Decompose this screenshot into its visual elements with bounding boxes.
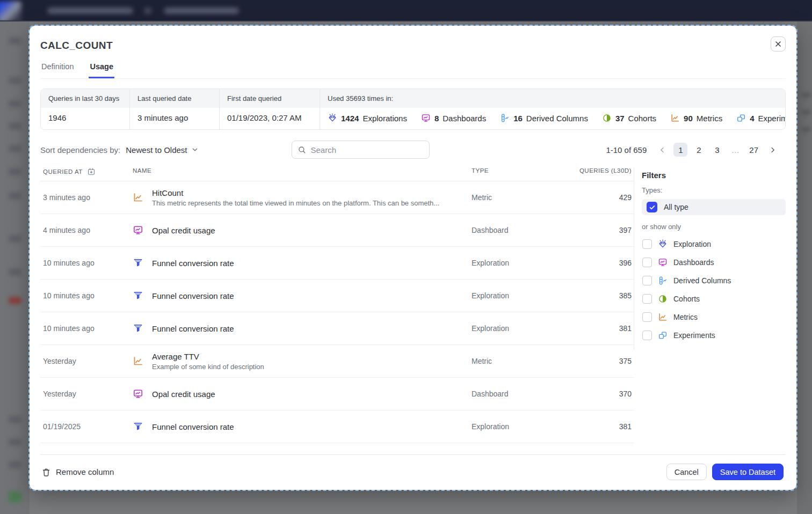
filter-option-dashboards[interactable]: Dashboards (642, 258, 786, 267)
sidebar-icon-blurred (9, 236, 21, 242)
checkbox-unchecked[interactable] (642, 276, 652, 285)
backdrop-blob (801, 109, 811, 115)
calendar-down-icon (87, 167, 96, 176)
pagination-page-3[interactable]: 3 (710, 143, 724, 157)
breadcrumb-dataset-blurred (164, 8, 239, 14)
usage-item-explorations: 1424 Explorations (328, 113, 407, 123)
usage-count: 90 (684, 114, 693, 123)
column-header-name[interactable]: Name (133, 167, 472, 176)
table-row[interactable]: Yesterday Opal credit usage Dashboard 37… (40, 378, 634, 410)
cell-queried-at: 01/19/2025 (40, 422, 133, 431)
sort-selected-value: Newest to Oldest (126, 145, 187, 155)
sidebar-icon-blurred (9, 77, 21, 84)
stat-header-queries-30d: Queries in last 30 days (41, 89, 130, 108)
stat-value-first-queried: 01/19/2023, 0:27 AM (220, 108, 320, 129)
dependencies-table: Queried at Name Type Queries (L30D) 3 mi… (40, 167, 634, 443)
pagination-page-27[interactable]: 27 (746, 143, 761, 157)
checkbox-unchecked[interactable] (642, 239, 652, 249)
cell-queried-at: Yesterday (40, 357, 133, 365)
cell-name: Funnel conversion rate (152, 324, 234, 333)
derived-column-icon (500, 113, 510, 123)
column-header-type[interactable]: Type (472, 167, 577, 176)
funnel-icon (133, 323, 143, 334)
cell-name: Opal credit usage (152, 226, 215, 235)
pagination-prev-button[interactable] (655, 143, 669, 157)
pagination-page-2[interactable]: 2 (692, 143, 706, 157)
usage-item-metrics: 90 Metrics (670, 113, 722, 123)
table-row[interactable]: 10 minutes ago Funnel conversion rate Ex… (40, 312, 634, 345)
sidebar-icon-blurred (9, 416, 21, 423)
usage-item-dashboards: 8 Dashboards (421, 113, 486, 123)
chevron-left-icon (658, 146, 666, 154)
usage-label: Derived Columns (526, 114, 588, 123)
exploration-icon (658, 239, 668, 249)
close-button[interactable] (771, 36, 786, 52)
checkbox-unchecked[interactable] (642, 294, 652, 304)
cell-queries: 385 (577, 291, 634, 300)
cell-queries: 381 (577, 422, 634, 431)
filter-label: All type (664, 203, 688, 211)
usage-item-experiments: 4 Experiments (736, 113, 786, 123)
cell-description: Example of some kind of description (152, 363, 264, 371)
table-row[interactable]: Yesterday Average TTV Example of some ki… (40, 345, 634, 378)
table-row[interactable]: 10 minutes ago Funnel conversion rate Ex… (40, 247, 634, 280)
usage-item-cohorts: 37 Cohorts (602, 113, 656, 123)
tab-bar: Definition Usage (40, 59, 786, 79)
remove-column-button[interactable]: Remove column (40, 467, 114, 477)
usage-count: 8 (434, 114, 439, 123)
cohort-icon (602, 113, 612, 123)
sidebar-icon-blurred (9, 145, 21, 152)
checkbox-unchecked[interactable] (642, 331, 652, 340)
save-to-dataset-button[interactable]: Save to Dataset (712, 464, 784, 480)
filter-option-metrics[interactable]: Metrics (642, 312, 786, 322)
pagination-page-1[interactable]: 1 (673, 143, 687, 157)
filters-or-label: or show only (642, 223, 786, 231)
cell-queried-at: 3 minutes ago (40, 193, 133, 202)
cell-type: Exploration (472, 259, 577, 267)
checkbox-unchecked[interactable] (642, 258, 652, 267)
cell-type: Dashboard (472, 226, 577, 234)
stat-value-last-queried: 3 minutes ago (130, 108, 220, 129)
tab-usage[interactable]: Usage (89, 59, 114, 78)
dashboard-icon (133, 388, 143, 399)
cell-name: Opal credit usage (152, 390, 215, 399)
filter-option-derived-columns[interactable]: Derived Columns (642, 276, 786, 285)
filter-all-type[interactable]: All type (642, 199, 786, 215)
cell-queries: 396 (577, 259, 634, 267)
table-row[interactable]: 3 minutes ago HitCount This metric repre… (40, 181, 634, 214)
cell-type: Metric (472, 193, 577, 202)
checkbox-unchecked[interactable] (642, 312, 652, 322)
sidebar-badge-blurred (9, 491, 21, 502)
metric-icon (133, 356, 143, 366)
column-header-queried-at[interactable]: Queried at (40, 167, 133, 176)
filter-option-cohorts[interactable]: Cohorts (642, 294, 786, 304)
cell-type: Dashboard (472, 390, 577, 398)
app-logo (0, 1, 21, 21)
filters-panel: Filters Types: All type or show only Exp… (634, 167, 786, 350)
column-header-label: Queried at (43, 168, 83, 175)
column-header-queries[interactable]: Queries (L30D) (577, 167, 634, 176)
table-row[interactable]: 10 minutes ago Funnel conversion rate Ex… (40, 280, 634, 312)
tab-definition[interactable]: Definition (40, 59, 75, 78)
chevron-down-icon (191, 145, 199, 154)
filter-option-exploration[interactable]: Exploration (642, 239, 786, 249)
usage-item-derived-columns: 16 Derived Columns (500, 113, 588, 123)
pagination-next-button[interactable] (765, 143, 779, 157)
search-box[interactable] (292, 141, 430, 159)
search-input[interactable] (311, 145, 424, 155)
checkbox-checked[interactable] (647, 202, 657, 212)
filter-option-experiments[interactable]: Experiments (642, 331, 786, 340)
pagination: 1-10 of 659 1 2 3 … 27 (606, 143, 779, 157)
table-row[interactable]: 4 minutes ago Opal credit usage Dashboar… (40, 214, 634, 247)
sort-dropdown[interactable]: Newest to Oldest (126, 145, 199, 155)
derived-column-icon (658, 276, 668, 285)
metric-icon (133, 192, 143, 203)
sidebar-icon-blurred (9, 269, 21, 275)
filter-label: Cohorts (673, 295, 700, 303)
cell-name: Funnel conversion rate (152, 291, 234, 300)
table-row[interactable]: 01/19/2025 Funnel conversion rate Explor… (40, 410, 634, 443)
cancel-button[interactable]: Cancel (666, 464, 707, 480)
usage-label: Metrics (697, 114, 722, 123)
sidebar-icon-blurred (9, 193, 21, 199)
chevron-right-icon (769, 146, 777, 154)
